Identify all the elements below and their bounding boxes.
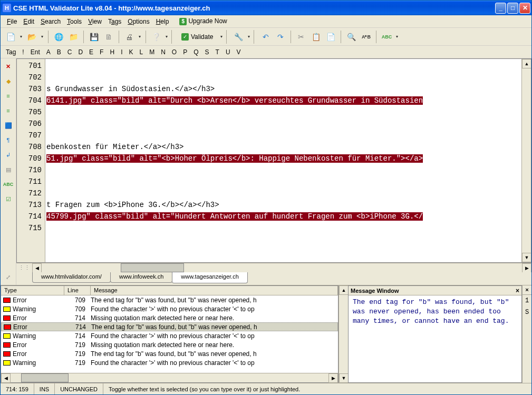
new-button[interactable]: 📄 [4, 30, 17, 44]
msg-row[interactable]: Error719The end tag for "b" was found, b… [1, 349, 338, 358]
tool1-button[interactable]: 🔧 [231, 30, 245, 44]
copy-button[interactable]: 📋 [309, 30, 323, 44]
lt-wrap[interactable]: ↲ [3, 149, 14, 161]
tagbar-o[interactable]: O [170, 47, 179, 57]
close-button[interactable]: ✕ [519, 3, 530, 14]
menu-upgrade[interactable]: $Upgrade Now [176, 16, 230, 26]
msg-row[interactable]: Error714Missing quotation mark detected … [1, 313, 338, 322]
tagbar-h[interactable]: H [108, 47, 117, 57]
hscroll-thumb[interactable] [121, 263, 184, 272]
col-type[interactable]: Type [1, 286, 64, 295]
msg-scroll-up[interactable]: ▲ [339, 285, 349, 295]
tagbar-p[interactable]: P [181, 47, 189, 57]
menu-search[interactable]: Search [37, 17, 64, 26]
tagbar-n[interactable]: N [159, 47, 168, 57]
code-line-713[interactable]: t Fragen zum <b>iPhone 3G.</b></a></h3> [45, 199, 521, 211]
maximize-button[interactable]: □ [507, 3, 518, 14]
tagbar-d[interactable]: D [76, 47, 85, 57]
code-line-702[interactable] [45, 72, 521, 83]
vtab-s[interactable]: S [524, 307, 530, 318]
col-message[interactable]: Message [91, 286, 338, 295]
save-button[interactable]: 💾 [87, 30, 101, 44]
msg-window-close[interactable]: × [516, 287, 519, 294]
code-line-710[interactable] [45, 164, 521, 176]
web-button[interactable]: 🌐 [52, 30, 65, 44]
scroll-right[interactable]: ▶ [522, 263, 531, 273]
lt-expand[interactable]: ⤢ [3, 271, 14, 283]
tagbar-![interactable]: ! [20, 47, 26, 57]
paste-button[interactable]: 📄 [324, 30, 337, 44]
msg-hscroll-track[interactable] [11, 373, 328, 382]
validate-dropdown[interactable]: ▾ [219, 30, 224, 44]
tagbar-v[interactable]: V [235, 47, 243, 57]
hscroll-track[interactable] [42, 263, 522, 272]
menu-view[interactable]: View [85, 17, 105, 26]
tagbar-i[interactable]: I [119, 47, 124, 57]
hscroll-grip[interactable]: ⋮⋮ [16, 263, 32, 272]
find-button[interactable]: 🔍 [344, 30, 358, 44]
lt-close[interactable]: ✕ [3, 61, 14, 72]
code-line-707[interactable] [45, 130, 521, 141]
code-line-705[interactable] [45, 106, 521, 118]
forward-button[interactable]: ↷ [274, 30, 287, 44]
code-line-709[interactable]: 51.jpg" class="bild" alt="<b>Hoher Ölpre… [45, 153, 521, 164]
validate-button[interactable]: ✓ Validate [177, 30, 218, 44]
tagbar-c[interactable]: C [65, 47, 74, 57]
tab-infoweek[interactable]: www.infoweek.ch [110, 272, 172, 283]
code-line-711[interactable] [45, 176, 521, 187]
tagbar-t[interactable]: T [214, 47, 221, 57]
msg-row[interactable]: Error714The end tag for "b" was found, b… [1, 322, 338, 331]
tab-htmlvalidator[interactable]: www.htmlvalidator.com/ [32, 272, 111, 283]
code-line-715[interactable] [45, 222, 521, 234]
editor-vscroll[interactable]: ▲ ▼ [521, 59, 531, 262]
lt-indent[interactable]: ≡ [3, 90, 14, 102]
right-tabs-close[interactable]: × [523, 285, 531, 295]
menu-tags[interactable]: Tags [105, 17, 124, 26]
code-area[interactable]: s Grundwasser in Südostasien.</a></h3> 6… [45, 59, 521, 262]
open-button[interactable]: 📂 [25, 30, 38, 44]
scroll-left[interactable]: ◀ [32, 263, 42, 273]
tagbar-tag[interactable]: Tag [4, 47, 18, 57]
msg-scroll-right[interactable]: ▶ [328, 373, 338, 383]
code-line-712[interactable] [45, 187, 521, 199]
abc-button[interactable]: AᵒB [359, 30, 373, 44]
lt-outdent[interactable]: ≡ [3, 105, 14, 116]
lt-bookmark[interactable]: ◆ [3, 75, 14, 87]
tagbar-b[interactable]: B [55, 47, 63, 57]
lt-pilcrow[interactable]: ¶ [3, 134, 14, 146]
print-button[interactable]: 🖨 [122, 30, 136, 44]
code-line-706[interactable] [45, 118, 521, 130]
tagbar-u[interactable]: U [224, 47, 233, 57]
minimize-button[interactable]: _ [495, 3, 506, 14]
tagbar-f[interactable]: F [98, 47, 105, 57]
msg-row[interactable]: Error709The end tag for "b" was found, b… [1, 295, 338, 304]
editor-hscroll[interactable]: ⋮⋮ ◀ ▶ [16, 263, 531, 272]
saveall-button[interactable]: 🗎 [102, 30, 115, 44]
menu-file[interactable]: File [4, 17, 20, 26]
msg-scroll-left[interactable]: ◀ [1, 373, 11, 383]
lt-check[interactable]: ☑ [3, 193, 14, 205]
tagbar-q[interactable]: Q [191, 47, 200, 57]
menu-options[interactable]: Options [124, 17, 152, 26]
tagbar-s[interactable]: S [203, 47, 211, 57]
scroll-up[interactable]: ▲ [522, 59, 531, 68]
msg-row[interactable]: Warning714Found the character '>' with n… [1, 331, 338, 340]
tagbar-ent[interactable]: Ent [28, 47, 42, 57]
code-line-708[interactable]: ebenkosten für Mieter.</a></h3> [45, 141, 521, 153]
print-dropdown[interactable]: ▾ [137, 30, 142, 44]
tagbar-e[interactable]: E [87, 47, 95, 57]
lt-flag[interactable]: 🟦 [3, 120, 14, 131]
tagbar-k[interactable]: K [127, 47, 135, 57]
menu-help[interactable]: Help [153, 17, 172, 26]
lt-doc[interactable]: ▤ [3, 164, 14, 175]
folder-button[interactable]: 📁 [66, 30, 80, 44]
code-line-704[interactable]: 6141.jpg" class="bild" alt="Durch <b>Ars… [45, 95, 521, 106]
tagbar-a[interactable]: A [44, 47, 53, 57]
vscroll-track[interactable] [522, 68, 531, 253]
lt-abc[interactable]: ABC [3, 179, 14, 190]
msg-scroll-down[interactable]: ▼ [339, 373, 349, 383]
msg-hscroll-thumb[interactable] [21, 373, 69, 382]
open-dropdown[interactable]: ▾ [40, 30, 45, 44]
help-dropdown[interactable]: ▾ [164, 30, 169, 44]
msg-row[interactable]: Error719Missing quotation mark detected … [1, 340, 338, 349]
